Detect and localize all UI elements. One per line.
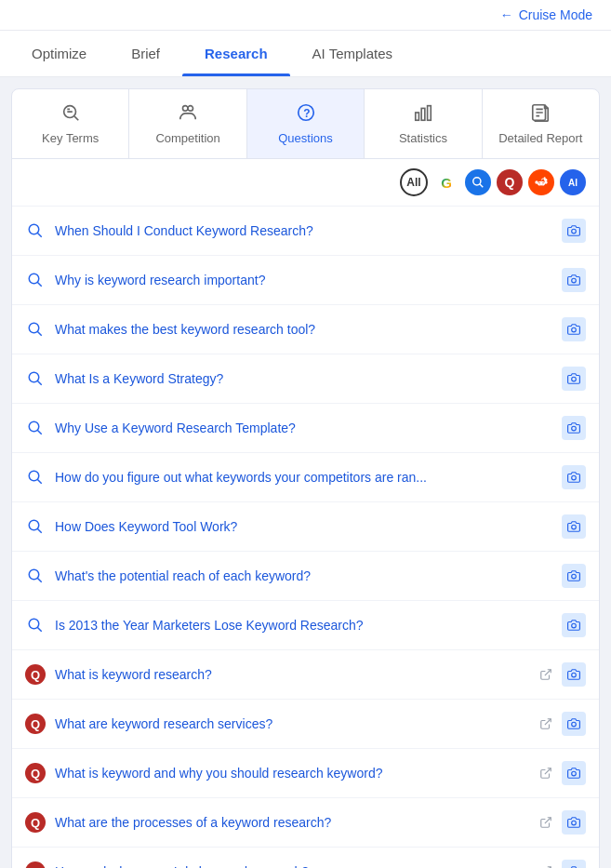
quora-icon: Q <box>505 175 515 190</box>
question-text[interactable]: What's the potential reach of each keywo… <box>55 568 552 583</box>
key-terms-icon <box>60 102 81 126</box>
question-text[interactable]: How Does Keyword Tool Work? <box>55 519 552 534</box>
external-link-button[interactable] <box>536 763 556 783</box>
subtab-competition[interactable]: Competition <box>129 89 246 158</box>
question-text[interactable]: When Should I Conduct Keyword Research? <box>55 223 552 238</box>
question-text[interactable]: How do you figure out what keywords your… <box>55 470 552 485</box>
camera-button[interactable] <box>562 514 586 539</box>
question-text[interactable]: What is keyword and why you should resea… <box>55 766 526 781</box>
statistics-icon <box>413 102 433 126</box>
row-actions <box>536 810 586 835</box>
tab-research[interactable]: Research <box>182 31 290 76</box>
question-row: Q What are the processes of a keyword re… <box>12 798 599 848</box>
main-tabs: Optimize Brief Research AI Templates <box>0 31 611 77</box>
svg-line-29 <box>37 331 42 336</box>
svg-point-24 <box>572 229 577 234</box>
search-source-icon <box>25 516 46 537</box>
camera-button[interactable] <box>562 860 586 868</box>
question-text[interactable]: What makes the best keyword research too… <box>55 322 552 337</box>
subtab-key-terms[interactable]: Key Terms <box>12 89 129 158</box>
tab-brief[interactable]: Brief <box>109 31 182 76</box>
subtab-questions[interactable]: ? Questions <box>247 89 365 158</box>
camera-button[interactable] <box>562 367 586 391</box>
camera-button[interactable] <box>562 317 586 341</box>
svg-line-26 <box>37 282 42 287</box>
question-row: What Is a Keyword Strategy? <box>12 354 599 404</box>
question-text[interactable]: Is 2013 the Year Marketers Lose Keyword … <box>55 618 552 633</box>
external-link-button[interactable] <box>536 812 556 833</box>
camera-button[interactable] <box>562 416 586 440</box>
svg-line-35 <box>37 430 42 434</box>
question-text[interactable]: Why is keyword research important? <box>55 273 552 287</box>
svg-line-44 <box>37 578 42 582</box>
filter-quora-search[interactable] <box>465 169 491 195</box>
filter-google[interactable]: G <box>433 169 459 195</box>
svg-point-19 <box>535 180 538 183</box>
camera-button[interactable] <box>562 662 586 687</box>
subtab-questions-label: Questions <box>278 131 333 145</box>
search-source-icon <box>25 220 46 241</box>
question-row: Why Use a Keyword Research Template? <box>12 404 599 453</box>
quora-source-icon: Q <box>25 861 46 868</box>
camera-button[interactable] <box>562 268 586 292</box>
question-text[interactable]: What are keyword research services? <box>55 716 526 731</box>
question-text[interactable]: What is keyword research? <box>55 667 526 682</box>
search-icon <box>472 176 485 189</box>
svg-point-52 <box>572 722 577 727</box>
svg-point-25 <box>29 274 39 284</box>
row-actions <box>562 416 586 440</box>
reddit-icon <box>534 175 549 190</box>
subtab-detailed-report[interactable]: Detailed Report <box>483 89 599 158</box>
svg-line-23 <box>37 233 42 237</box>
cruise-mode-link[interactable]: ← Cruise Mode <box>500 7 592 22</box>
subtab-statistics[interactable]: Statistics <box>365 89 482 158</box>
svg-line-55 <box>545 818 551 823</box>
svg-text:?: ? <box>303 107 310 120</box>
tab-optimize[interactable]: Optimize <box>9 31 109 76</box>
row-actions <box>562 268 586 292</box>
svg-point-30 <box>572 327 577 332</box>
search-source-icon <box>25 270 46 290</box>
question-row: When Should I Conduct Keyword Research? <box>12 207 599 256</box>
svg-point-46 <box>29 619 39 629</box>
question-text[interactable]: How and where can I do keyword research? <box>55 864 526 868</box>
svg-line-13 <box>480 184 484 188</box>
question-row: What's the potential reach of each keywo… <box>12 552 599 601</box>
quora-source-icon: Q <box>25 664 46 685</box>
filter-reddit[interactable] <box>528 169 554 195</box>
question-row: How Does Keyword Tool Work? <box>12 502 599 552</box>
external-link-button[interactable] <box>536 664 556 685</box>
question-row: Q What is keyword research? <box>12 650 599 700</box>
svg-line-41 <box>37 528 42 533</box>
question-text[interactable]: Why Use a Keyword Research Template? <box>55 421 552 435</box>
camera-button[interactable] <box>562 761 586 785</box>
camera-button[interactable] <box>562 810 586 835</box>
filter-all[interactable]: All <box>400 168 428 196</box>
svg-point-20 <box>544 180 547 183</box>
question-text[interactable]: What Is a Keyword Strategy? <box>55 371 552 386</box>
camera-button[interactable] <box>562 465 586 489</box>
svg-point-33 <box>572 377 577 381</box>
row-actions <box>562 564 586 588</box>
camera-button[interactable] <box>562 712 586 736</box>
tab-ai-templates[interactable]: AI Templates <box>290 31 415 76</box>
camera-button[interactable] <box>562 564 586 588</box>
row-actions <box>562 219 586 243</box>
arrow-left-icon: ← <box>500 7 513 22</box>
svg-point-28 <box>29 323 39 333</box>
quora-source-icon: Q <box>25 763 46 783</box>
camera-button[interactable] <box>562 613 586 637</box>
svg-line-53 <box>545 768 551 774</box>
google-icon: G <box>441 175 452 191</box>
filter-ai[interactable]: AI <box>560 169 586 195</box>
search-source-icon <box>25 418 46 438</box>
question-text[interactable]: What are the processes of a keyword rese… <box>55 815 526 830</box>
camera-button[interactable] <box>562 219 586 243</box>
svg-point-42 <box>572 525 577 529</box>
external-link-button[interactable] <box>536 861 556 868</box>
svg-rect-10 <box>428 106 432 121</box>
filter-quora[interactable]: Q <box>497 169 523 195</box>
external-link-button[interactable] <box>536 714 556 734</box>
svg-point-22 <box>29 224 39 234</box>
svg-point-39 <box>572 475 577 480</box>
